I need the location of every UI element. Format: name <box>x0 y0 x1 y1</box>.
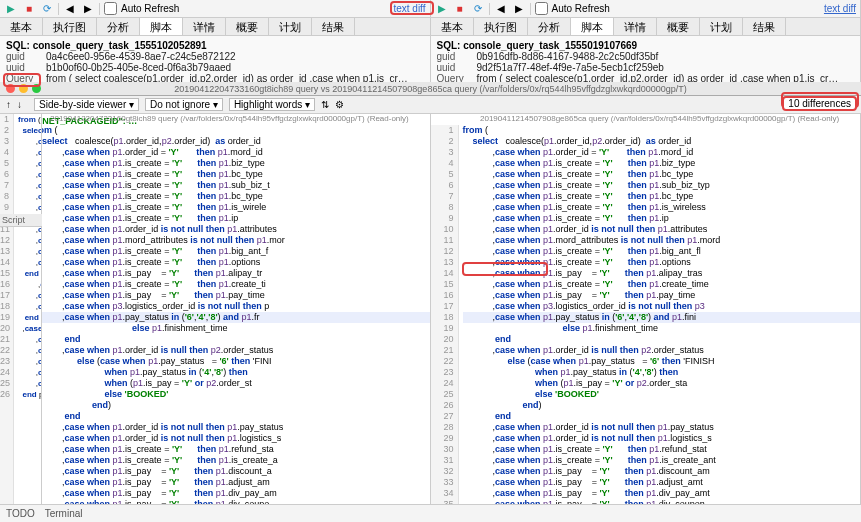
left-tabs: 基本执行图分析脚本详情概要计划结果 <box>0 18 430 36</box>
left-uuid: b1b0of60-0b25-405e-8ced-0f6a3b79aaed <box>46 62 231 73</box>
tab-0[interactable]: 基本 <box>0 18 43 35</box>
highlight-select[interactable]: Highlight words ▾ <box>229 98 315 111</box>
settings-icon[interactable]: ⚙ <box>335 99 344 110</box>
run-icon[interactable]: ▶ <box>435 2 449 16</box>
auto-refresh-checkbox[interactable] <box>535 2 548 15</box>
bottom-bar: TODO Terminal <box>0 504 861 522</box>
tab-1[interactable]: 执行图 <box>43 18 97 35</box>
text-diff-link-left[interactable]: text diff <box>393 3 425 14</box>
right-tabs: 基本执行图分析脚本详情概要计划结果 <box>431 18 861 36</box>
refresh-icon[interactable]: ⟳ <box>40 2 54 16</box>
tab-4[interactable]: 详情 <box>183 18 226 35</box>
right-toolbar: ▶ ■ ⟳ ◀ ▶ Auto Refresh text diff <box>431 0 861 18</box>
right-code-pane[interactable]: 1234567891011121314151617181920212223242… <box>431 125 862 504</box>
window-controls[interactable] <box>6 84 41 93</box>
sync-scroll-icon[interactable]: ⇅ <box>321 99 329 110</box>
right-title: SQL: console_query_task_1555019107669 <box>437 40 855 51</box>
script-label: Script <box>0 214 42 227</box>
tab-3[interactable]: 脚本 <box>571 18 614 35</box>
tab-6[interactable]: 计划 <box>700 18 743 35</box>
diff-count: 10 differences <box>782 96 857 111</box>
tab-7[interactable]: 结果 <box>312 18 355 35</box>
todo-tab[interactable]: TODO <box>6 508 35 519</box>
tab-5[interactable]: 概要 <box>657 18 700 35</box>
terminal-tab[interactable]: Terminal <box>45 508 83 519</box>
run-icon[interactable]: ▶ <box>4 2 18 16</box>
script-preview-pane[interactable]: 1234567891011121314151617181920212223242… <box>0 114 42 504</box>
side-by-side-select[interactable]: Side-by-side viewer ▾ <box>34 98 139 111</box>
ignore-select[interactable]: Do not ignore ▾ <box>145 98 223 111</box>
tab-6[interactable]: 计划 <box>269 18 312 35</box>
tab-7[interactable]: 结果 <box>743 18 786 35</box>
tab-1[interactable]: 执行图 <box>474 18 528 35</box>
left-guid: 0a4c6ee0-956e-4539-8ae7-c24c5e872122 <box>46 51 236 62</box>
tab-3[interactable]: 脚本 <box>140 18 183 35</box>
left-toolbar: ▶ ■ ⟳ ◀ ▶ Auto Refresh text diff <box>0 0 430 18</box>
prev-icon[interactable]: ◀ <box>63 2 77 16</box>
next-icon[interactable]: ▶ <box>81 2 95 16</box>
auto-refresh-label: Auto Refresh <box>121 3 179 14</box>
diff-toolbar: ↑ ↓ Side-by-side viewer ▾ Do not ignore … <box>0 96 861 114</box>
prev-diff-icon[interactable]: ↑ <box>6 99 11 110</box>
refresh-icon[interactable]: ⟳ <box>471 2 485 16</box>
left-title: SQL: console_query_task_1555102052891 <box>6 40 424 51</box>
tab-2[interactable]: 分析 <box>97 18 140 35</box>
tab-0[interactable]: 基本 <box>431 18 474 35</box>
auto-refresh-checkbox[interactable] <box>104 2 117 15</box>
tab-4[interactable]: 详情 <box>614 18 657 35</box>
text-diff-link-right[interactable]: text diff <box>824 3 856 14</box>
diff-window-title: 20190412204733160gt8ich89 query vs 20190… <box>0 82 861 96</box>
left-code-pane[interactable]: 1234567891011121314151617181920212223242… <box>0 125 431 504</box>
next-icon[interactable]: ▶ <box>512 2 526 16</box>
right-path: 20190411214507908ge865ca query (/var/fol… <box>480 114 850 123</box>
tab-2[interactable]: 分析 <box>528 18 571 35</box>
prev-icon[interactable]: ◀ <box>494 2 508 16</box>
left-path: 20190412204733160gt8ich89 query (/var/fo… <box>50 114 430 123</box>
stop-icon[interactable]: ■ <box>22 2 36 16</box>
tab-5[interactable]: 概要 <box>226 18 269 35</box>
auto-refresh-label: Auto Refresh <box>552 3 610 14</box>
next-diff-icon[interactable]: ↓ <box>17 99 22 110</box>
stop-icon[interactable]: ■ <box>453 2 467 16</box>
